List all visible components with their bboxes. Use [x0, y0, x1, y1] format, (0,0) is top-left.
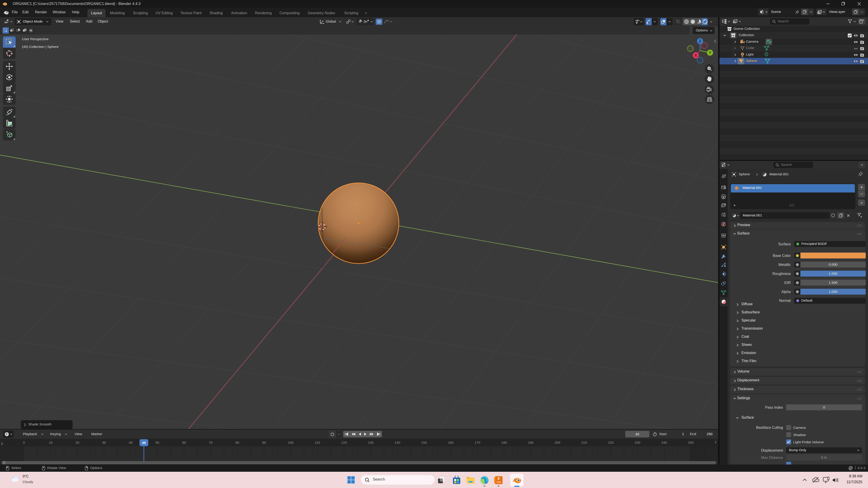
svg-text:F: F [498, 477, 500, 481]
svg-text:Z: Z [699, 39, 701, 43]
svg-text:X: X [694, 54, 697, 57]
svg-text:Y: Y [709, 51, 711, 55]
svg-text:FUS: FUS [497, 481, 501, 483]
